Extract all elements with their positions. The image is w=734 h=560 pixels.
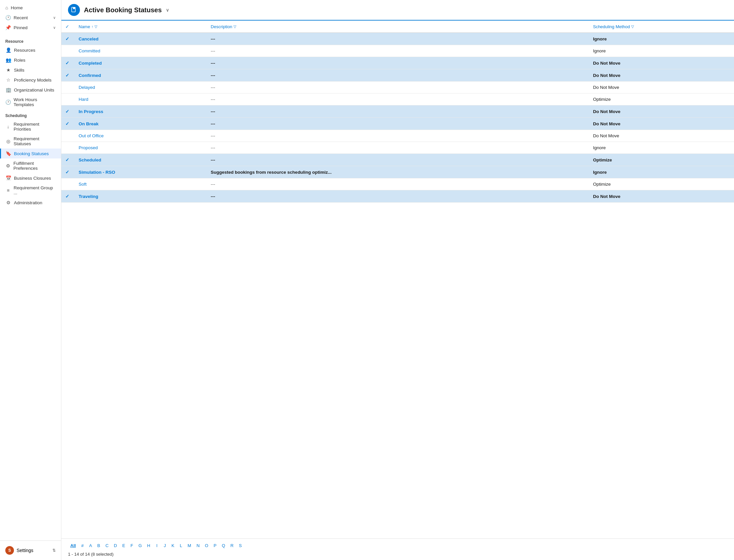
row-checkbox-out-of-office[interactable] (61, 130, 75, 142)
table-row-canceled[interactable]: ✓ Canceled --- Ignore (61, 33, 734, 45)
row-name-simulation-rso[interactable]: Simulation - RSO (75, 166, 207, 178)
row-link-in-progress[interactable]: In Progress (79, 109, 103, 114)
page-letter-q[interactable]: Q (219, 542, 227, 549)
row-link-proposed[interactable]: Proposed (79, 145, 98, 150)
name-column-header[interactable]: Name ↑ ▽ (75, 21, 207, 33)
row-name-confirmed[interactable]: Confirmed (75, 69, 207, 82)
page-letter-o[interactable]: O (203, 542, 211, 549)
header-dropdown-chevron[interactable]: ∨ (166, 7, 169, 13)
row-name-soft[interactable]: Soft (75, 178, 207, 190)
row-name-hard[interactable]: Hard (75, 93, 207, 105)
page-letter-h[interactable]: H (145, 542, 153, 549)
row-link-confirmed[interactable]: Confirmed (79, 73, 101, 78)
page-letter-k[interactable]: K (169, 542, 177, 549)
table-row-proposed[interactable]: Proposed --- Ignore (61, 142, 734, 154)
sidebar-item-requirement-statuses[interactable]: ◎ Requirement Statuses (0, 134, 61, 149)
name-sort-icon[interactable]: ↑ (92, 25, 93, 29)
page-letter-n[interactable]: N (194, 542, 202, 549)
row-name-traveling[interactable]: Traveling (75, 190, 207, 203)
table-row-out-of-office[interactable]: Out of Office --- Do Not Move (61, 130, 734, 142)
sidebar-item-requirement-priorities[interactable]: ↓ Requirement Priorities (0, 119, 61, 134)
page-letter-l[interactable]: L (177, 542, 185, 549)
page-letter-s[interactable]: S (236, 542, 244, 549)
sidebar-item-business-closures[interactable]: 📅 Business Closures (0, 173, 61, 183)
row-name-proposed[interactable]: Proposed (75, 142, 207, 154)
row-name-completed[interactable]: Completed (75, 57, 207, 69)
table-row-soft[interactable]: Soft --- Optimize (61, 178, 734, 190)
sidebar-item-organizational-units[interactable]: 🏢 Organizational Units (0, 85, 61, 95)
row-link-on-break[interactable]: On Break (79, 121, 98, 126)
row-link-simulation-rso[interactable]: Simulation - RSO (79, 170, 115, 175)
row-link-delayed[interactable]: Delayed (79, 85, 95, 90)
sidebar-item-administration[interactable]: ⚙ Administration (0, 198, 61, 208)
table-row-simulation-rso[interactable]: ✓ Simulation - RSO Suggested bookings fr… (61, 166, 734, 178)
page-letter-c[interactable]: C (103, 542, 111, 549)
sidebar-item-booking-statuses[interactable]: 🔖 Booking Statuses (0, 149, 61, 158)
sidebar-item-requirement-group[interactable]: ≡ Requirement Group ... (0, 183, 61, 198)
sidebar-item-proficiency-models[interactable]: ☆ Proficiency Models (0, 75, 61, 85)
page-letter-e[interactable]: E (120, 542, 128, 549)
page-letter-g[interactable]: G (136, 542, 144, 549)
page-letter-#[interactable]: # (79, 542, 86, 549)
page-letter-d[interactable]: D (111, 542, 119, 549)
page-letter-b[interactable]: B (95, 542, 102, 549)
sidebar-nav-recent[interactable]: 🕐 Recent ∨ (0, 13, 61, 23)
table-row-on-break[interactable]: ✓ On Break --- Do Not Move (61, 118, 734, 130)
row-link-out-of-office[interactable]: Out of Office (79, 133, 104, 138)
row-checkbox-in-progress[interactable]: ✓ (61, 105, 75, 118)
row-name-scheduled[interactable]: Scheduled (75, 154, 207, 166)
table-row-delayed[interactable]: Delayed --- Do Not Move (61, 82, 734, 93)
page-letter-i[interactable]: I (153, 542, 160, 549)
page-letter-a[interactable]: A (87, 542, 94, 549)
page-letter-p[interactable]: P (211, 542, 219, 549)
row-checkbox-completed[interactable]: ✓ (61, 57, 75, 69)
page-letter-j[interactable]: J (161, 542, 168, 549)
row-link-hard[interactable]: Hard (79, 97, 88, 102)
description-filter-icon[interactable]: ▽ (233, 25, 236, 29)
row-checkbox-hard[interactable] (61, 93, 75, 105)
row-checkbox-committed[interactable] (61, 45, 75, 57)
description-column-header[interactable]: Description ▽ (207, 21, 589, 33)
sidebar-nav-home[interactable]: ⌂ Home (0, 3, 61, 13)
sidebar-item-skills[interactable]: ★ Skills (0, 65, 61, 75)
table-row-confirmed[interactable]: ✓ Confirmed --- Do Not Move (61, 69, 734, 82)
row-checkbox-traveling[interactable]: ✓ (61, 190, 75, 203)
table-row-hard[interactable]: Hard --- Optimize (61, 93, 734, 105)
scheduling-method-filter-icon[interactable]: ▽ (631, 25, 634, 29)
table-row-completed[interactable]: ✓ Completed --- Do Not Move (61, 57, 734, 69)
table-row-in-progress[interactable]: ✓ In Progress --- Do Not Move (61, 105, 734, 118)
row-name-on-break[interactable]: On Break (75, 118, 207, 130)
row-checkbox-on-break[interactable]: ✓ (61, 118, 75, 130)
row-name-committed[interactable]: Committed (75, 45, 207, 57)
table-row-scheduled[interactable]: ✓ Scheduled --- Optimize (61, 154, 734, 166)
sidebar-item-fulfillment-preferences[interactable]: ⚙ Fulfillment Preferences (0, 158, 61, 173)
row-checkbox-proposed[interactable] (61, 142, 75, 154)
table-row-traveling[interactable]: ✓ Traveling --- Do Not Move (61, 190, 734, 203)
row-link-scheduled[interactable]: Scheduled (79, 157, 101, 162)
page-letter-m[interactable]: M (185, 542, 194, 549)
row-name-delayed[interactable]: Delayed (75, 82, 207, 93)
row-checkbox-soft[interactable] (61, 178, 75, 190)
row-link-soft[interactable]: Soft (79, 182, 87, 187)
row-checkbox-delayed[interactable] (61, 82, 75, 93)
sidebar-item-roles[interactable]: 👥 Roles (0, 55, 61, 65)
page-letter-f[interactable]: F (128, 542, 135, 549)
select-all-header[interactable]: ✓ (61, 21, 75, 33)
row-link-canceled[interactable]: Canceled (79, 36, 98, 41)
row-checkbox-confirmed[interactable]: ✓ (61, 69, 75, 82)
page-letter-r[interactable]: R (228, 542, 236, 549)
sidebar-item-resources[interactable]: 👤 Resources (0, 45, 61, 55)
row-link-completed[interactable]: Completed (79, 61, 102, 66)
row-checkbox-canceled[interactable]: ✓ (61, 33, 75, 45)
sidebar-nav-pinned[interactable]: 📌 Pinned ∨ (0, 23, 61, 32)
row-checkbox-scheduled[interactable]: ✓ (61, 154, 75, 166)
table-row-committed[interactable]: Committed --- Ignore (61, 45, 734, 57)
row-name-in-progress[interactable]: In Progress (75, 105, 207, 118)
page-letter-all[interactable]: All (68, 542, 78, 549)
row-link-committed[interactable]: Committed (79, 48, 100, 53)
sidebar-item-work-hours-templates[interactable]: 🕐 Work Hours Templates (0, 95, 61, 109)
scheduling-method-column-header[interactable]: Scheduling Method ▽ (589, 21, 734, 33)
row-link-traveling[interactable]: Traveling (79, 194, 98, 199)
settings-item[interactable]: S Settings ⇅ (0, 543, 61, 557)
row-checkbox-simulation-rso[interactable]: ✓ (61, 166, 75, 178)
